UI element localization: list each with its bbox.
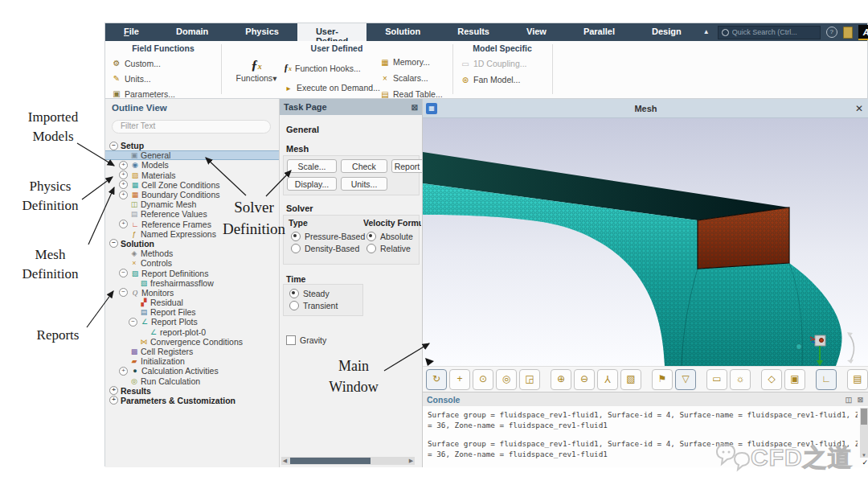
report-quality-button[interactable]: Report Q — [391, 159, 423, 173]
graphics-viewport[interactable] — [423, 118, 868, 366]
collapse-icon[interactable]: − — [109, 239, 118, 248]
tree-item-freshairmassflow[interactable]: ▧freshairmassflow — [105, 278, 279, 288]
tree-item-convergence-conditions[interactable]: ⋈Convergence Conditions — [105, 337, 279, 347]
tree-item-materials[interactable]: +▨Materials — [105, 171, 279, 180]
probe-button[interactable]: ▭ — [706, 369, 727, 390]
menu-tab-solution[interactable]: Solution — [366, 23, 439, 41]
copy-page-button[interactable]: ▧ — [620, 369, 641, 390]
quick-search-input[interactable]: Quick Search (Ctrl... — [718, 26, 821, 39]
expand-icon[interactable]: + — [119, 180, 128, 189]
read-table-icon: ▤ — [380, 90, 390, 99]
console-detach-icon[interactable]: ◫ — [845, 396, 854, 404]
tree-item-report-definitions[interactable]: −▧Report Definitions — [105, 268, 279, 277]
scroll-right-icon[interactable]: ▶ — [407, 458, 415, 464]
fit-view-button[interactable]: Y — [597, 369, 618, 390]
collapse-icon[interactable]: − — [119, 269, 128, 277]
menu-tab-user-defined[interactable]: User-Defined — [297, 23, 366, 41]
collapse-icon[interactable]: − — [119, 288, 128, 297]
tree-item-setup[interactable]: −Setup — [105, 141, 279, 150]
execute-on-demand-button[interactable]: ▸ Execute on Demand... — [284, 83, 380, 92]
units-button[interactable]: Units... — [341, 177, 387, 191]
zoom-in-button[interactable]: ⊕ — [551, 369, 571, 390]
menu-tab-design[interactable]: Design — [633, 23, 700, 41]
help-icon[interactable]: ? — [826, 27, 837, 38]
fan-model-button[interactable]: ⊛Fan Model... — [461, 72, 527, 88]
expand-icon[interactable]: + — [109, 396, 118, 405]
tree-item-run-calculation[interactable]: ◎Run Calculation — [105, 376, 279, 386]
scene-button[interactable]: ▣ — [784, 369, 805, 390]
1d-coupling-button[interactable]: ▭1D Coupling... — [461, 55, 527, 72]
ribbon: Field Functions ⚙Custom...✎Units...▣Para… — [105, 41, 867, 99]
menu-tab-parallel[interactable]: Parallel — [565, 23, 633, 41]
scrollbar-thumb[interactable] — [290, 458, 371, 464]
task-page-horizontal-scrollbar[interactable]: ◀ ▶ — [281, 457, 415, 465]
tree-item-general[interactable]: ▣General — [105, 150, 279, 160]
memory-button[interactable]: ▦Memory... — [380, 54, 443, 70]
scroll-left-icon[interactable]: ◀ — [281, 458, 289, 464]
pan-button[interactable]: + — [449, 369, 470, 390]
report-doc-button[interactable]: ▤ — [847, 369, 868, 390]
zoom-box-button[interactable]: ◲ — [519, 369, 540, 390]
tree-item-report-files[interactable]: ▤Report Files — [105, 307, 279, 317]
menu-tab-view[interactable]: View — [508, 23, 565, 41]
console-close-icon[interactable]: ⊠ — [857, 396, 865, 404]
zoom-dolly-button[interactable]: ⊙ — [473, 369, 493, 390]
tree-item-results[interactable]: +Results — [105, 386, 279, 396]
solver-type-radio-density-based[interactable]: Density-Based — [291, 242, 365, 254]
menu-tab-file[interactable]: File — [105, 23, 158, 41]
mesh-window-close-icon[interactable]: ✕ — [855, 103, 863, 114]
views-cube-button[interactable]: ◇ — [761, 369, 782, 390]
magnify-button[interactable]: ◎ — [496, 369, 517, 390]
ribbon-collapse-caret-icon[interactable]: ▲ — [700, 23, 718, 41]
tree-item-cell-zone-conditions[interactable]: +▦Cell Zone Conditions — [105, 180, 279, 190]
collapse-icon[interactable]: − — [109, 142, 118, 150]
collapse-icon[interactable]: − — [129, 318, 137, 327]
tree-item-models[interactable]: +◉Models — [105, 160, 279, 170]
tree-item-residual[interactable]: ▞Residual — [105, 298, 279, 307]
zoom-out-button[interactable]: ⊖ — [574, 369, 595, 390]
tree-item-solution[interactable]: −Solution — [105, 239, 279, 249]
time-radio-steady[interactable]: Steady — [289, 287, 338, 299]
flag-button[interactable]: ⚑ — [652, 369, 673, 390]
check-button[interactable]: Check — [341, 159, 387, 173]
velocity-formulation-radio-absolute[interactable]: Absolute — [366, 230, 413, 242]
menu-tab-physics[interactable]: Physics — [227, 23, 297, 41]
time-radio-transient[interactable]: Transient — [289, 299, 338, 311]
function-hooks-button[interactable]: ƒx Function Hooks... — [284, 62, 361, 74]
notes-icon[interactable] — [843, 27, 853, 39]
tree-item-cell-registers[interactable]: ▩Cell Registers — [105, 347, 279, 356]
mesh-display-button[interactable]: ▽ — [675, 369, 696, 390]
filter-text-input[interactable]: Filter Text — [112, 120, 271, 134]
tree-item-calculation-activities[interactable]: +●Calculation Activities — [105, 366, 279, 376]
tree-item-report-plot-0[interactable]: ∠report-plot-0 — [105, 327, 279, 337]
expand-icon[interactable]: + — [119, 171, 128, 179]
display-button[interactable]: Display... — [287, 177, 337, 191]
custom-button[interactable]: ⚙Custom... — [112, 55, 175, 71]
lights-button[interactable]: ☼ — [730, 369, 751, 390]
menu-tab-domain[interactable]: Domain — [158, 23, 227, 41]
plot-axes-button[interactable]: ∟ — [816, 369, 837, 390]
console-scrollbar[interactable]: ▼ — [860, 408, 868, 458]
tree-item-parameters-customization[interactable]: +Parameters & Customization — [105, 396, 279, 405]
expand-icon[interactable]: + — [119, 367, 128, 376]
tree-item-controls[interactable]: ×Controls — [105, 258, 279, 268]
velocity-formulation-radio-relative[interactable]: Relative — [366, 242, 413, 254]
functions-dropdown-button[interactable]: ƒx Functions▾ — [234, 57, 279, 83]
expand-icon[interactable]: + — [109, 386, 118, 395]
expand-icon[interactable]: + — [119, 220, 128, 228]
gravity-checkbox[interactable]: Gravity — [286, 334, 326, 346]
tree-item-initialization[interactable]: ▰Initialization — [105, 356, 279, 366]
units-button[interactable]: ✎Units... — [112, 71, 175, 86]
tree-item-methods[interactable]: ◈Methods — [105, 249, 279, 258]
menu-tab-results[interactable]: Results — [439, 23, 508, 41]
scroll-down-icon[interactable]: ▼ — [860, 453, 868, 458]
rotate-button[interactable]: ↻ — [426, 369, 447, 390]
expand-icon[interactable]: + — [119, 161, 128, 170]
expand-icon[interactable]: + — [119, 191, 128, 199]
tree-item-monitors[interactable]: −QMonitors — [105, 288, 279, 298]
tree-item-report-plots[interactable]: −∠Report Plots — [105, 317, 279, 327]
scale-button[interactable]: Scale... — [287, 159, 337, 173]
task-page-close-icon[interactable]: ⊠ — [411, 103, 418, 112]
scrollbar-thumb[interactable] — [861, 409, 867, 425]
scalars-button[interactable]: ×Scalars... — [380, 70, 443, 86]
